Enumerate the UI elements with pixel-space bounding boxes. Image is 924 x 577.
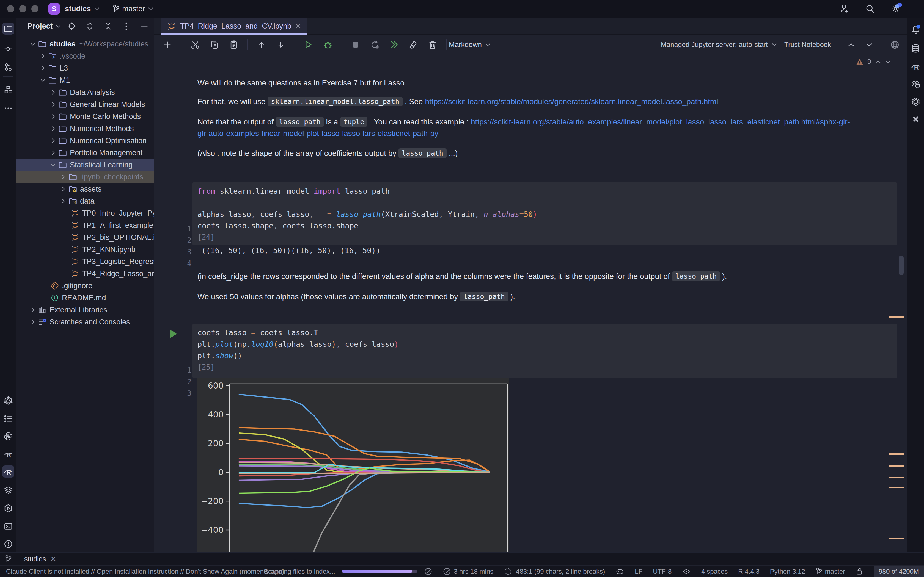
code-cell-2[interactable]: coefs_lasso = coefs_lasso.Tplt.plot(np.l… <box>192 324 897 378</box>
inspections-widget[interactable]: 9 <box>856 58 891 66</box>
structure-icon[interactable] <box>2 84 14 96</box>
search-icon[interactable] <box>864 3 876 14</box>
close-window-button[interactable] <box>7 5 14 12</box>
window-controls[interactable] <box>7 5 39 12</box>
tree-item-monte-carlo-methods[interactable]: Monte Carlo Methods <box>16 110 154 122</box>
chevron-expanded-icon[interactable] <box>49 163 57 167</box>
code-line[interactable]: plt.show() <box>192 350 897 361</box>
tree-item-l3[interactable]: L3 <box>16 62 154 74</box>
tree-item-studies[interactable]: studies~/Workspace/studies <box>16 38 154 50</box>
problems-icon[interactable] <box>2 538 14 550</box>
chevron-collapsed-icon[interactable] <box>49 113 57 119</box>
chevron-expanded-icon[interactable] <box>29 42 37 46</box>
move-cell-down-icon[interactable] <box>275 39 286 50</box>
pull-requests-icon[interactable] <box>2 61 14 73</box>
chevron-collapsed-icon[interactable] <box>59 198 67 204</box>
tree-item-external-libraries[interactable]: External Libraries <box>16 304 154 316</box>
tree-item-tp2-knn-ipynb[interactable]: TP2_KNN.ipynb <box>16 243 154 256</box>
paste-cell-icon[interactable] <box>228 39 239 50</box>
tree-item-m1[interactable]: M1 <box>16 74 154 86</box>
settings-gear-icon[interactable] <box>890 3 901 14</box>
restart-kernel-icon[interactable] <box>369 39 380 50</box>
time-tracker[interactable]: 3 hrs 18 mins <box>443 567 493 575</box>
chevron-collapsed-icon[interactable] <box>29 319 37 325</box>
code-with-me-icon[interactable] <box>839 3 850 14</box>
project-widget[interactable]: studies <box>65 5 100 13</box>
code-line[interactable]: from sklearn.linear_model import lasso_p… <box>192 185 897 197</box>
vcs-widget[interactable]: master <box>113 5 154 13</box>
tree-item--gitignore[interactable]: .gitignore <box>16 280 154 292</box>
tree-item-numerical-methods[interactable]: Numerical Methods <box>16 122 154 135</box>
git-tool-window-icon[interactable] <box>0 555 16 563</box>
tree-item-assets[interactable]: assets <box>16 183 154 195</box>
locate-file-icon[interactable] <box>66 21 77 32</box>
ai-assistant-hexagon-icon[interactable] <box>910 96 922 108</box>
chevron-collapsed-icon[interactable] <box>49 89 57 95</box>
indexing-status[interactable]: Scanning files to index... <box>264 567 432 575</box>
tool-window-tab-studies[interactable]: studies ✕ <box>24 555 56 563</box>
services-icon[interactable] <box>2 484 14 496</box>
cut-cell-icon[interactable] <box>190 39 201 50</box>
todo-icon[interactable] <box>2 413 14 425</box>
status-message[interactable]: Claude Client is not installed // Open I… <box>6 568 284 575</box>
doc-link[interactable]: https://scikit-learn.org/stable/modules/… <box>425 97 718 106</box>
caret-position[interactable]: 483:1 (99 chars, 2 line breaks) <box>504 567 605 575</box>
tree-item-tp4-ridge-lasso-and-cv-ipynb[interactable]: TP4_Ridge_Lasso_and_CV.ipynb <box>16 268 154 280</box>
debug-cell-icon[interactable] <box>322 39 333 50</box>
tab-close-icon[interactable]: ✕ <box>295 22 301 31</box>
chevron-collapsed-icon[interactable] <box>59 186 67 192</box>
r-console-icon[interactable]: R <box>2 448 14 460</box>
tree-item--ipynb-checkpoints[interactable]: .ipynb_checkpoints <box>16 171 154 183</box>
next-problem-icon[interactable] <box>885 60 891 64</box>
warning-stripe-mark[interactable] <box>889 316 904 318</box>
chevron-collapsed-icon[interactable] <box>39 65 47 71</box>
add-cell-icon[interactable] <box>162 39 173 50</box>
tree-item-tp1-a-first-example-ipynb[interactable]: TP1_A_first_example.ipynb <box>16 219 154 231</box>
chevron-expanded-icon[interactable] <box>39 78 47 82</box>
copilot-status-icon[interactable] <box>615 567 624 575</box>
warning-stripe-mark[interactable] <box>889 538 904 539</box>
warning-stripe-mark[interactable] <box>889 477 904 479</box>
next-cell-icon[interactable] <box>864 39 875 50</box>
file-lock-icon[interactable] <box>856 567 863 575</box>
notifications-bell-icon[interactable] <box>910 24 922 36</box>
install-instruction-link[interactable]: Open Installation Instruction <box>97 568 179 575</box>
tree-item-tp3-logistic-regression-and-cv-ipynb[interactable]: TP3_Logistic_Regression_and_CV.ipynb <box>16 256 154 268</box>
tree-item-statistical-learning[interactable]: Statistical Learning <box>16 159 154 171</box>
move-cell-up-icon[interactable] <box>256 39 267 50</box>
commit-icon[interactable] <box>2 43 14 55</box>
prev-problem-icon[interactable] <box>875 60 881 64</box>
reader-mode-icon[interactable] <box>682 568 691 575</box>
tree-item-scratches-and-consoles[interactable]: Scratches and Consoles <box>16 316 154 328</box>
example-link-wrap[interactable]: glr-auto-examples-linear-model-plot-lass… <box>197 129 438 138</box>
minimize-window-button[interactable] <box>19 5 26 12</box>
warning-stripe-mark[interactable] <box>889 465 904 467</box>
chevron-collapsed-icon[interactable] <box>49 102 57 108</box>
python-interpreter[interactable]: Python 3.12 <box>770 568 805 575</box>
code-line[interactable] <box>192 197 897 208</box>
copy-cell-icon[interactable] <box>209 39 220 50</box>
chevron-collapsed-icon[interactable] <box>49 138 57 144</box>
tree-item-data[interactable]: data <box>16 195 154 207</box>
code-line[interactable]: coefs_lasso = coefs_lasso.T <box>192 327 897 338</box>
run-cell-icon[interactable] <box>170 329 177 338</box>
file-encoding[interactable]: UTF-8 <box>653 568 672 575</box>
tree-item-readme-md[interactable]: README.md <box>16 292 154 304</box>
run-anything-icon[interactable] <box>2 502 14 514</box>
more-tool-windows-icon[interactable] <box>2 102 14 114</box>
r-tools-icon[interactable]: R <box>2 466 14 477</box>
tree-item-portfolio-management[interactable]: Portfolio Management <box>16 147 154 159</box>
chevron-collapsed-icon[interactable] <box>49 126 57 132</box>
r-plots-icon[interactable]: R <box>910 60 922 72</box>
memory-indicator[interactable]: 980 of 4200M <box>874 566 924 577</box>
maximize-window-button[interactable] <box>31 5 39 12</box>
chevron-collapsed-icon[interactable] <box>39 53 47 59</box>
more-options-kebab-icon[interactable] <box>121 21 132 32</box>
tree-item-data-analysis[interactable]: Data Analysis <box>16 86 154 98</box>
run-cell-select-below-icon[interactable] <box>303 39 314 50</box>
code-cell-1[interactable]: from sklearn.linear_model import lasso_p… <box>192 182 897 245</box>
git-branch-widget[interactable]: master <box>816 568 845 575</box>
expand-all-icon[interactable] <box>84 21 95 32</box>
code-line[interactable]: alphas_lasso, coefs_lasso, _ = lasso_pat… <box>192 208 897 220</box>
jupyter-server-selector[interactable]: Managed Jupyter server: auto-start <box>661 41 777 48</box>
